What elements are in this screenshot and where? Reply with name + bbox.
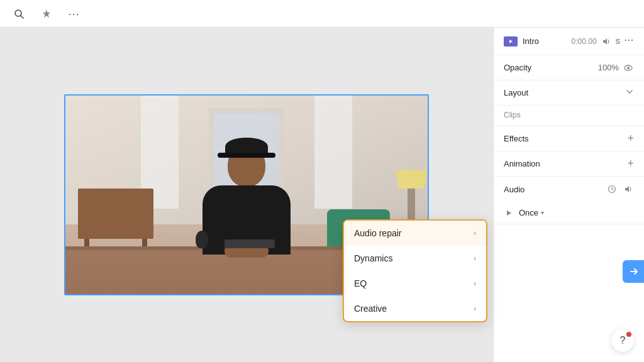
help-button[interactable]: ? — [611, 329, 634, 352]
audio-dropdown: Audio repair › Dynamics › EQ › Creative … — [343, 219, 487, 322]
clip-icon — [504, 36, 518, 47]
layout-chevron-icon — [625, 87, 634, 98]
keyboard — [225, 239, 275, 248]
dropdown-item-dynamics[interactable]: Dynamics › — [344, 246, 486, 271]
ai-enhance-icon[interactable] — [38, 5, 55, 23]
intro-row: Intro 0:00.00 S — [494, 28, 644, 55]
person-cap — [225, 138, 268, 155]
audio-actions — [608, 184, 634, 194]
person — [203, 144, 291, 255]
eye-icon[interactable] — [623, 62, 634, 74]
dropdown-item-creative[interactable]: Creative › — [344, 296, 486, 321]
once-chevron-icon[interactable]: ▾ — [541, 209, 544, 216]
dropdown-item-audio-repair[interactable]: Audio repair › — [344, 221, 486, 246]
svg-point-5 — [628, 40, 630, 41]
more-icon[interactable] — [624, 35, 634, 47]
dropdown-item-eq[interactable]: EQ › — [344, 271, 486, 296]
opacity-label: Opacity — [504, 63, 531, 72]
person-cap-brim — [218, 153, 275, 158]
svg-point-6 — [631, 40, 633, 41]
opacity-value: 100% — [598, 63, 619, 72]
clips-title: Clips — [504, 111, 634, 119]
animation-add-button[interactable]: + — [627, 157, 634, 170]
opacity-value-container: 100% — [598, 62, 634, 74]
svg-point-8 — [627, 67, 630, 69]
once-text: Once — [519, 208, 538, 217]
lamp-shade — [396, 170, 427, 189]
audio-row: Audio — [494, 177, 644, 202]
layout-row[interactable]: Layout — [494, 80, 644, 106]
svg-line-1 — [21, 16, 23, 18]
effects-label: Effects — [504, 134, 529, 143]
svg-point-4 — [625, 40, 626, 41]
opacity-row: Opacity 100% — [494, 55, 644, 80]
curtain-right — [314, 96, 352, 209]
dropdown-eq-label: EQ — [354, 278, 367, 288]
animation-label: Animation — [504, 159, 540, 168]
dropdown-eq-arrow: › — [474, 279, 476, 288]
mouse — [196, 231, 208, 248]
bg-shelf — [78, 189, 153, 239]
dropdown-creative-arrow: › — [474, 304, 476, 313]
play-icon — [504, 208, 514, 218]
audio-clock-icon[interactable] — [608, 184, 618, 194]
dropdown-audio-repair-label: Audio repair — [354, 228, 402, 238]
effects-add-button[interactable]: + — [627, 132, 634, 145]
dropdown-creative-label: Creative — [354, 304, 387, 314]
panel-action-button[interactable] — [623, 260, 644, 283]
once-row: Once ▾ — [494, 202, 644, 224]
audio-volume-icon[interactable] — [624, 184, 634, 194]
clip-time-label: 0:00.00 — [572, 37, 597, 46]
layout-label: Layout — [504, 88, 528, 97]
right-panel: Intro 0:00.00 S Opacity 100% — [493, 28, 644, 362]
effects-row: Effects + — [494, 126, 644, 151]
top-toolbar: ⋯ — [0, 0, 644, 28]
animation-row: Animation + — [494, 151, 644, 177]
help-notification-dot — [626, 332, 631, 337]
search-icon[interactable] — [10, 5, 28, 23]
volume-icon[interactable] — [602, 36, 612, 47]
audio-label: Audio — [504, 185, 525, 194]
dropdown-dynamics-label: Dynamics — [354, 253, 392, 263]
more-options-icon[interactable]: ⋯ — [65, 5, 83, 23]
track-s-label: S — [616, 38, 620, 45]
person-head — [228, 144, 265, 187]
clips-section: Clips — [494, 106, 644, 126]
main-content: Intro 0:00.00 S Opacity 100% — [0, 28, 644, 362]
help-label: ? — [620, 335, 626, 346]
dropdown-dynamics-arrow: › — [474, 254, 476, 263]
dropdown-audio-repair-arrow: › — [474, 229, 476, 238]
clip-name-label: Intro — [523, 36, 572, 46]
